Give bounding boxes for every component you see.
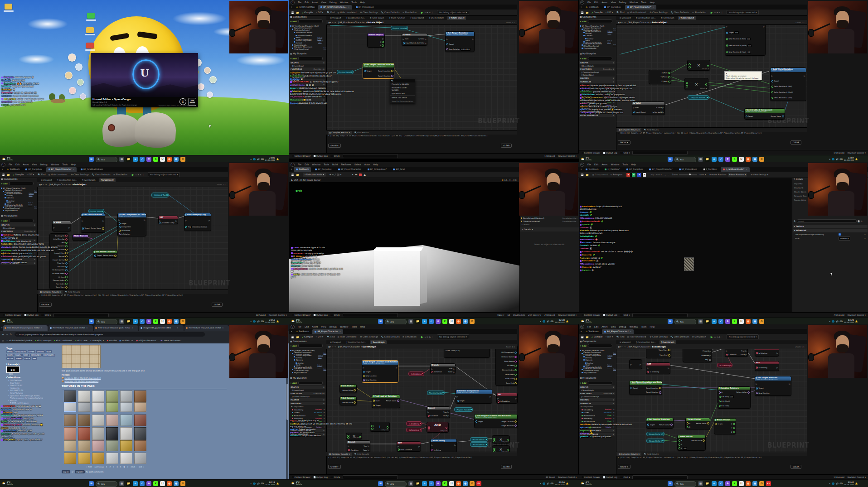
pie-controls-icons[interactable]: ⏭ ⏹ ⏏ ⋮ (714, 11, 723, 14)
variable-visibility-eye-icon[interactable]: 👁 (613, 409, 615, 410)
diff-button[interactable]: ⑂ Diff ▾ (316, 336, 324, 338)
output-pin[interactable]: ▷ (175, 220, 177, 222)
variable-visibility-eye-icon[interactable]: 👁 (613, 418, 615, 419)
component-tree-item[interactable]: PhysicsHandle (3, 209, 18, 212)
component-tree-item[interactable]: Camera (583, 358, 592, 361)
pie-controls[interactable]: ⏸⏭⏏ (352, 173, 366, 176)
component-tree-item[interactable]: PhysicsHandle (582, 47, 596, 49)
taskbar-app-icon[interactable]: U (449, 319, 454, 324)
taskbar-app-icon[interactable]: ⊞ (668, 319, 673, 324)
input-pin[interactable]: Target (756, 386, 764, 391)
input-pin[interactable]: ▷Exec (403, 37, 409, 41)
menu-help[interactable]: Help (631, 164, 636, 166)
cc0-badge[interactable]: ◉◉ (6, 366, 19, 373)
variable-get-node[interactable]: Mouse Delta Y (646, 439, 664, 443)
bookmark-item[interactable]: ◆Create a 6ft Promo... (160, 339, 182, 342)
bookmark-item[interactable]: ▣Architect TV (119, 339, 133, 342)
input-pin[interactable]: Target (364, 68, 372, 73)
tab-close-icon[interactable]: ✕ (41, 327, 42, 329)
edit-in-cpp-link[interactable]: Edit (613, 28, 616, 30)
level-tab[interactable]: ⚠TestRoom (294, 329, 310, 333)
pager-link[interactable]: 3 (113, 466, 114, 468)
add-pin-button[interactable]: Add pin ⊕ (381, 429, 388, 431)
statusbar-output-log[interactable]: 📄Output Log (603, 476, 617, 478)
output-pin[interactable]: Return Value (659, 422, 672, 429)
add-component-button[interactable]: + Add (1, 183, 8, 185)
output-pin[interactable]: Return Value (103, 254, 116, 258)
component-tree-item[interactable]: Arrow Component (Arrow)Edit in C++ (583, 355, 616, 358)
blueprint-node[interactable]: X (Roll)Y (Pitch)Z (Yaw) (649, 70, 671, 84)
details-search-input[interactable]: Search (797, 219, 857, 223)
blueprint-node-get-target-location-and-rotation[interactable]: ƒ Get Target Location and RotationTarget… (363, 63, 394, 78)
simulation-button[interactable]: ≋ Simulation (692, 11, 706, 14)
taskbar-app-icon[interactable]: ❖ (146, 319, 151, 324)
input-pin[interactable]: New Rotation (756, 391, 770, 395)
compiler-results-tab[interactable]: ▤ Compiler Results ✕ (39, 290, 63, 294)
taskbar-clock[interactable]: 23:5324.03.2024 (265, 319, 275, 323)
tab-close-icon[interactable]: ✕ (131, 327, 133, 329)
input-pin[interactable]: Target (119, 222, 126, 226)
blueprint-node--[interactable]: ×Add pin ⊕ (492, 436, 509, 443)
taskbar-system-tray[interactable]: ∧🌐🔊⌨03:2825.03.2024🔔 (829, 318, 858, 324)
menu-window[interactable]: Window (340, 326, 349, 328)
taskbar-app-icon[interactable]: K (153, 481, 158, 486)
blueprint-item[interactable]: ƒ ConstructionScript (582, 71, 599, 73)
statusbar-cmd[interactable]: ⌨Cmd ▾ (620, 152, 630, 154)
tag-pill[interactable]: HOUSE (6, 357, 14, 360)
component-search-input[interactable] (588, 344, 612, 347)
blueprint-item[interactable]: ƒ RotateObject (582, 74, 594, 76)
variable-row[interactable]: HoldDistanceFloat👁 (292, 414, 325, 417)
section-macros[interactable]: MACROS⊕ (579, 77, 615, 80)
component-tree-item[interactable]: Character Movement (CharMoveComp)Edit (292, 368, 326, 371)
tab-close-icon[interactable]: ✕ (73, 168, 74, 170)
variable-get-node[interactable]: Mouse Delta X (470, 437, 488, 442)
taskbar-app-icon[interactable]: ⊞ (89, 157, 94, 162)
class-settings-button[interactable]: ⚙ Class Settings (650, 11, 668, 14)
asset-tab[interactable]: BP_FirstPersonChara...✕ (318, 5, 352, 10)
show-dropdown-button[interactable]: SHOW ▾ (328, 144, 341, 148)
tag-pill[interactable]: RUST (45, 350, 52, 353)
sidebar-expand-icon[interactable]: ▾ (581, 330, 582, 333)
console-command-input[interactable] (632, 313, 688, 317)
taskbar-system-tray[interactable]: ∧🌐🔊⌨23:0624.03.2024🔔 (250, 156, 279, 162)
blueprint-node-break-vector[interactable]: ƒ Break VectorIn VecXYZ (714, 419, 736, 434)
variable-get-node[interactable]: Mouse Delta Y (470, 442, 488, 447)
menu-edit[interactable]: Edit (594, 1, 598, 4)
texture-thumbnail[interactable] (134, 402, 146, 412)
menu-help[interactable]: Help (71, 164, 76, 166)
tab-close-icon[interactable]: ✕ (630, 330, 631, 333)
input-pin[interactable]: B Z (Yaw) (719, 404, 729, 408)
taskbar-app-icon[interactable]: 📁 (126, 157, 131, 162)
clear-button[interactable]: CLEAR (501, 144, 512, 148)
blueprint-node[interactable]: Hit ActorHit ComponentHit Bone NameBone … (496, 346, 517, 386)
output-pin[interactable]: ▷False (443, 414, 449, 418)
menu-select[interactable]: Select (354, 164, 361, 166)
edit-in-cpp-link[interactable]: Edit in C++ (29, 193, 37, 196)
graph-tab[interactable]: ƒ GrabObject (99, 178, 116, 182)
pager-link[interactable]: 4 (116, 466, 118, 468)
texture-thumbnail[interactable] (134, 427, 146, 440)
tag-pill[interactable]: PIPE (32, 357, 37, 360)
class-defaults-button[interactable]: 🔧 Class Defaults (670, 336, 689, 338)
component-tree-item[interactable]: Arrow Component (Arrow)Edit in C++ (583, 31, 616, 34)
blueprint-node-scale-vector[interactable]: ƒ Scale VectorABReturn Value (686, 418, 710, 429)
menu-tools[interactable]: Tools (352, 326, 357, 328)
section-variables[interactable]: VARIABLES⊕ (290, 402, 325, 405)
output-pin[interactable]: Return Value (342, 388, 355, 393)
graph-tab[interactable]: ⊞ Viewport (39, 178, 54, 182)
blueprint-node-branch[interactable]: Branch▷Condition▷True▷False (427, 407, 450, 418)
taskbar-app-icon[interactable]: ⚙ (759, 319, 764, 324)
texture-thumbnail[interactable] (106, 453, 118, 464)
edit-in-cpp-link[interactable]: Edit in C++ (318, 355, 326, 358)
play-button[interactable]: ▶ (711, 335, 713, 339)
debug-object-dropdown[interactable]: No debug object selected ▾ (727, 10, 759, 15)
input-pin[interactable]: Y (679, 443, 682, 447)
input-pin[interactable]: Hold Distance (398, 448, 412, 451)
status-item-2-unsaved[interactable]: 2 Unsaved (544, 314, 555, 316)
find-results-tab[interactable]: 🔍 Find Results (644, 129, 659, 131)
output-pin[interactable]: Hit Item (58, 275, 68, 279)
tab-close-icon[interactable]: ✕ (746, 168, 747, 170)
diff-button[interactable]: ⑂ Diff ▾ (27, 174, 34, 176)
url-bar[interactable]: ⓘhttps://opengameart.org/content/free-te… (15, 332, 205, 337)
nav-icons[interactable]: ▣▾ ← → (328, 21, 336, 24)
